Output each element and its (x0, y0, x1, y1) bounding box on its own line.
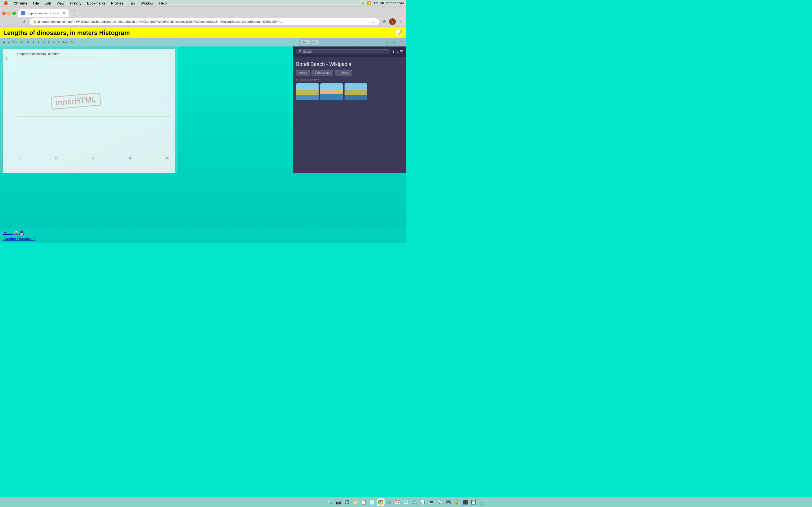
x-label-60: 60 (129, 157, 132, 160)
tool-a6[interactable]: ⊗ (52, 40, 56, 44)
address-input[interactable]: 🔒 rjmprogramming.com.au/PHP/HistogramCha… (29, 18, 379, 25)
profile-icon[interactable]: U (389, 18, 396, 25)
y-label-1: 1 (6, 57, 7, 60)
wiki-panel: 🔍 Search ⬇ ≡ ☰ Bondi Beach - Wikipedia A… (293, 47, 406, 173)
x-label-20: 20 (55, 157, 58, 160)
bookmark-star-icon[interactable]: ☆ (370, 18, 376, 25)
maximize-window-button[interactable] (12, 11, 16, 15)
tool-a3[interactable]: ⊗ (36, 40, 41, 44)
wiki-tool-oct[interactable]: Oct (311, 40, 320, 45)
tool-a7[interactable]: ◎ (57, 40, 61, 44)
x-label-0: 0 (20, 157, 21, 160)
new-tab-button[interactable]: + (70, 7, 78, 15)
wiki-toolbar: Trec Oct ✕ + ⌃ (299, 38, 406, 47)
wiki-download-icon[interactable]: ⬇ (392, 50, 395, 54)
wiki-close-tab-icon[interactable]: ✕ (384, 39, 390, 45)
menubar-right: 🔋 📶 Thu 30 Jan 9:27 AM (361, 1, 404, 5)
wiki-content: Bondi Beach - Wikipedia Acess View sourc… (293, 57, 406, 103)
wiki-image-1[interactable] (296, 83, 319, 100)
footer-links: Menu 🖨️ 🖥️ Another histogram? (0, 228, 406, 243)
menu-link-text: Menu (3, 231, 13, 235)
tool-trec2[interactable]: Trec (62, 40, 69, 44)
tab-bar: rjmprogramming.com.au ✕ + (0, 6, 406, 17)
wiki-access-button-2[interactable]: ← Acess (335, 70, 352, 75)
address-text: rjmprogramming.com.au/PHP/HistogramChart… (38, 20, 366, 23)
tab-close-button[interactable]: ✕ (62, 11, 66, 15)
x-label-80: 80 (166, 157, 169, 160)
back-button[interactable]: ‹ (2, 18, 10, 25)
menu-dots-icon[interactable]: ⋮ (398, 18, 404, 25)
search-placeholder-text: Search (303, 50, 312, 53)
tool-forward[interactable]: ▶ (6, 40, 11, 44)
tab-title: rjmprogramming.com.au (27, 11, 60, 15)
traffic-lights (2, 11, 16, 15)
tool-a2[interactable]: ⊕ (31, 40, 36, 44)
menu-help[interactable]: Help (158, 1, 168, 6)
datetime: Thu 30 Jan 9:27 AM (373, 1, 404, 5)
wiki-search-bar[interactable]: 🔍 Search (296, 49, 390, 54)
wiki-tool-trec[interactable]: Trec (301, 40, 310, 45)
menu-tab[interactable]: Tab (128, 1, 136, 6)
tool-trec1[interactable]: Trec (11, 40, 18, 44)
tool-oct2[interactable]: Oct (69, 40, 75, 44)
bars-area (17, 57, 172, 156)
wiki-view-source-button[interactable]: View source (312, 70, 333, 75)
menu-file[interactable]: File (32, 1, 40, 6)
reload-button[interactable]: ↺ (20, 18, 28, 25)
wiki-expand-icon[interactable]: ⌃ (398, 39, 404, 45)
chart-title: Lengths of dinosaurs, in meters (17, 52, 172, 55)
y-axis-labels: 1 0 (6, 57, 7, 156)
menu-bookmarks[interactable]: Bookmarks (86, 1, 107, 6)
wiki-format-icon[interactable]: ☰ (400, 50, 403, 54)
wiki-access-button[interactable]: Acess (296, 70, 310, 75)
search-icon: 🔍 (299, 50, 302, 53)
printer-icon: 🖨️ (14, 231, 18, 235)
chart-inner: Lengths of dinosaurs, in meters 1 0 (3, 49, 175, 173)
wiki-action-buttons: Acess View source ← Acess (296, 70, 403, 75)
menubar: 🍎 Chrome File Edit View History Bookmark… (0, 0, 406, 6)
notepad-icon[interactable]: 📝 (396, 30, 403, 36)
minimize-window-button[interactable] (7, 11, 11, 15)
tool-a5[interactable]: ⊕ (47, 40, 51, 44)
close-window-button[interactable] (2, 11, 6, 15)
x-label-40: 40 (92, 157, 95, 160)
x-axis-labels: 0 20 40 60 80 (17, 157, 172, 160)
beach-image-1 (296, 83, 319, 100)
menu-chrome[interactable]: Chrome (12, 1, 29, 6)
menu-link[interactable]: Menu 🖨️ 🖥️ (3, 231, 403, 235)
tool-a1[interactable]: ▤ (26, 40, 31, 44)
wiki-tool-icons: ✕ + ⌃ (384, 39, 404, 45)
forward-button[interactable]: › (11, 18, 18, 25)
wiki-images (296, 83, 403, 100)
menu-view[interactable]: View (55, 1, 65, 6)
monitor-icon: 🖥️ (19, 231, 24, 235)
active-tab[interactable]: rjmprogramming.com.au ✕ (18, 9, 69, 17)
left-toolbar: ◀ ▶ Trec Oct ▤ ⊕ ⊗ ◎ ⊕ ⊗ ◎ Trec Oct (0, 38, 299, 47)
tab-favicon (21, 11, 25, 15)
menu-window[interactable]: Window (139, 1, 154, 6)
wiki-image-3[interactable] (345, 83, 367, 100)
menu-profiles[interactable]: Profiles (110, 1, 124, 6)
wiki-list-icon[interactable]: ≡ (396, 50, 398, 54)
tool-a4[interactable]: ◎ (42, 40, 46, 44)
another-histogram-link[interactable]: Another histogram? (3, 237, 35, 241)
wiki-new-tab-icon[interactable]: + (391, 39, 397, 45)
tool-oct1[interactable]: Oct (19, 40, 26, 44)
page-title: Lengths of dinosaurs, in meters Histogra… (3, 29, 130, 37)
extensions-icon[interactable]: ⚙ (381, 18, 388, 25)
apple-menu[interactable]: 🍎 (2, 1, 9, 6)
wiki-meta: 8 Articles (recently) ▾ (296, 78, 403, 81)
menu-edit[interactable]: Edit (43, 1, 52, 6)
menu-history[interactable]: History (69, 1, 82, 6)
address-right-icons: ☆ (370, 18, 376, 25)
tool-back[interactable]: ◀ (2, 40, 6, 44)
secure-icon: 🔒 (33, 20, 36, 23)
wiki-title: Bondi Beach - Wikipedia (296, 61, 403, 67)
wiki-image-2[interactable] (320, 83, 343, 100)
address-bar: ‹ › ↺ 🔒 rjmprogramming.com.au/PHP/Histog… (0, 17, 406, 27)
wifi-icon: 📶 (367, 1, 371, 5)
wiki-panel-header: 🔍 Search ⬇ ≡ ☰ (293, 47, 406, 57)
beach-image-2 (320, 83, 343, 100)
menubar-left: 🍎 Chrome File Edit View History Bookmark… (2, 1, 168, 6)
histogram-container: Lengths of dinosaurs, in meters 1 0 (0, 47, 177, 173)
